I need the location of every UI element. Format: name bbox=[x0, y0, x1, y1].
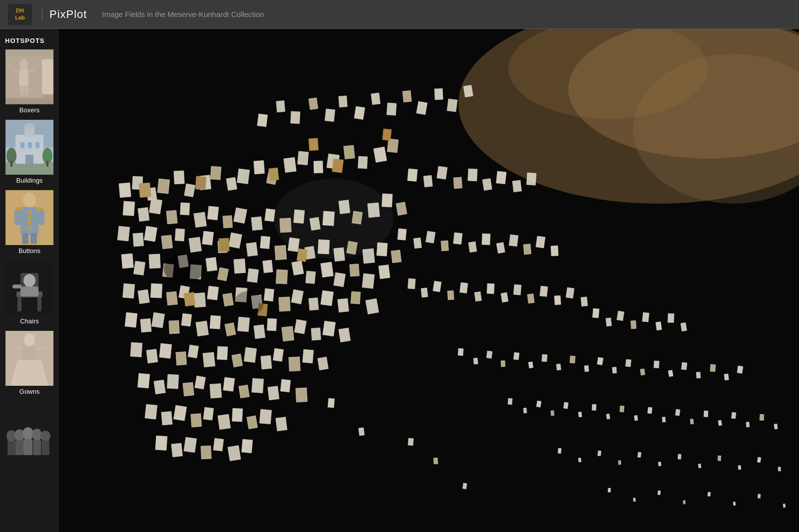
svg-rect-160 bbox=[366, 298, 379, 314]
svg-rect-352 bbox=[383, 129, 392, 141]
svg-rect-341 bbox=[433, 458, 438, 464]
svg-rect-3 bbox=[13, 70, 20, 73]
svg-rect-213 bbox=[155, 436, 167, 450]
hotspot-thumb-chairs bbox=[5, 261, 53, 315]
svg-rect-32 bbox=[22, 233, 28, 244]
svg-rect-50 bbox=[7, 441, 15, 455]
svg-rect-38 bbox=[37, 297, 41, 311]
svg-rect-214 bbox=[171, 443, 183, 457]
svg-point-22 bbox=[23, 193, 36, 208]
svg-rect-177 bbox=[130, 342, 142, 357]
svg-rect-311 bbox=[690, 419, 694, 424]
svg-rect-285 bbox=[570, 356, 575, 363]
svg-rect-319 bbox=[578, 458, 581, 462]
svg-rect-74 bbox=[254, 161, 265, 174]
svg-rect-205 bbox=[174, 405, 187, 421]
svg-point-354 bbox=[164, 254, 204, 283]
svg-rect-215 bbox=[184, 437, 197, 453]
svg-rect-15 bbox=[35, 142, 39, 148]
svg-rect-86 bbox=[149, 199, 162, 214]
svg-rect-231 bbox=[434, 88, 443, 100]
svg-rect-312 bbox=[704, 411, 708, 417]
svg-rect-227 bbox=[371, 93, 381, 105]
svg-rect-224 bbox=[325, 109, 335, 122]
svg-rect-157 bbox=[321, 290, 334, 306]
svg-rect-159 bbox=[351, 291, 361, 304]
svg-rect-345 bbox=[269, 168, 279, 181]
svg-rect-206 bbox=[191, 414, 202, 427]
svg-rect-136 bbox=[292, 261, 304, 275]
main-layout: HOTSPOTS Boxers bbox=[0, 29, 799, 532]
svg-rect-305 bbox=[606, 414, 610, 419]
svg-rect-230 bbox=[416, 101, 427, 115]
svg-rect-208 bbox=[218, 414, 231, 430]
svg-rect-163 bbox=[152, 312, 165, 328]
svg-rect-278 bbox=[473, 358, 478, 364]
svg-rect-54 bbox=[23, 439, 32, 455]
svg-rect-288 bbox=[612, 367, 617, 373]
svg-rect-343 bbox=[139, 183, 151, 198]
svg-rect-13 bbox=[20, 142, 24, 148]
svg-rect-31 bbox=[38, 209, 44, 225]
logo[interactable]: DHLab bbox=[8, 4, 32, 25]
svg-rect-339 bbox=[359, 428, 365, 436]
svg-rect-253 bbox=[536, 236, 545, 248]
hotspot-item-buildings[interactable]: Buildings bbox=[0, 120, 59, 188]
svg-rect-201 bbox=[280, 379, 290, 392]
svg-rect-104 bbox=[117, 226, 130, 241]
svg-rect-318 bbox=[558, 448, 561, 453]
svg-rect-114 bbox=[260, 236, 270, 249]
svg-rect-256 bbox=[421, 288, 428, 297]
svg-rect-328 bbox=[757, 457, 761, 463]
hotspot-item-group[interactable] bbox=[0, 401, 59, 462]
svg-point-27 bbox=[28, 226, 31, 229]
hotspot-item-gowns[interactable]: Gowns bbox=[0, 331, 59, 399]
svg-point-39 bbox=[23, 274, 35, 287]
svg-rect-337 bbox=[783, 504, 786, 508]
hotspot-item-buttons[interactable]: Buttons bbox=[0, 190, 59, 259]
svg-rect-268 bbox=[581, 297, 588, 306]
svg-rect-331 bbox=[633, 498, 636, 502]
svg-rect-141 bbox=[362, 273, 375, 288]
svg-rect-245 bbox=[426, 231, 435, 243]
svg-rect-40 bbox=[20, 286, 38, 296]
svg-rect-218 bbox=[228, 446, 241, 461]
svg-rect-287 bbox=[597, 357, 603, 365]
sidebar: HOTSPOTS Boxers bbox=[0, 29, 59, 532]
svg-rect-236 bbox=[437, 166, 447, 179]
svg-rect-344 bbox=[195, 176, 206, 190]
svg-rect-277 bbox=[458, 348, 463, 356]
hotspot-item-boxers[interactable]: Boxers bbox=[0, 49, 59, 118]
svg-rect-260 bbox=[474, 291, 481, 301]
svg-rect-314 bbox=[732, 412, 736, 419]
svg-rect-229 bbox=[402, 90, 411, 102]
svg-point-55 bbox=[32, 429, 42, 441]
hotspot-item-chairs[interactable]: Chairs bbox=[0, 261, 59, 329]
svg-rect-64 bbox=[119, 183, 131, 198]
svg-rect-144 bbox=[138, 289, 149, 304]
svg-rect-321 bbox=[618, 461, 621, 465]
svg-rect-247 bbox=[453, 233, 462, 245]
svg-point-1 bbox=[19, 59, 28, 69]
svg-rect-140 bbox=[350, 264, 360, 276]
visualization-canvas[interactable] bbox=[59, 29, 799, 532]
svg-rect-302 bbox=[564, 402, 568, 409]
svg-rect-317 bbox=[774, 424, 778, 429]
svg-rect-113 bbox=[246, 243, 258, 257]
svg-rect-222 bbox=[291, 111, 300, 124]
svg-rect-333 bbox=[683, 501, 685, 504]
svg-rect-71 bbox=[210, 166, 221, 180]
svg-rect-329 bbox=[778, 467, 781, 471]
svg-rect-162 bbox=[140, 318, 151, 332]
svg-rect-292 bbox=[668, 370, 673, 377]
hotspot-label-gowns: Gowns bbox=[0, 386, 59, 399]
hotspot-label-buttons: Buttons bbox=[0, 245, 59, 259]
svg-rect-301 bbox=[551, 411, 554, 416]
svg-rect-44 bbox=[22, 346, 36, 360]
svg-rect-5 bbox=[20, 86, 24, 95]
svg-point-12 bbox=[24, 123, 34, 129]
svg-rect-330 bbox=[608, 488, 611, 492]
svg-rect-249 bbox=[482, 234, 490, 245]
svg-rect-193 bbox=[167, 374, 179, 389]
svg-rect-294 bbox=[696, 372, 701, 378]
